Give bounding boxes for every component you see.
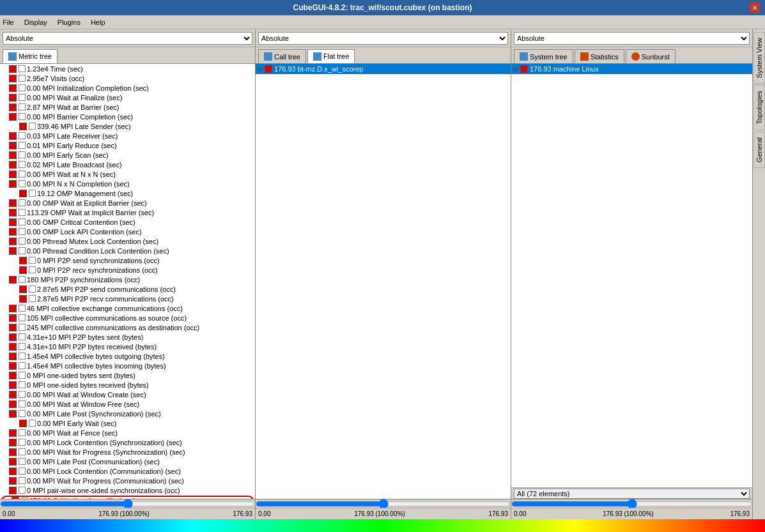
list-item[interactable]: 0.03 MPI Late Receiver (sec) — [0, 131, 255, 141]
list-item[interactable]: 19.12 OMP Management (sec) — [0, 188, 255, 198]
list-item[interactable]: 0.00 MPI Late Post (Synchronization) (se… — [0, 409, 255, 418]
list-item[interactable]: 0.00 MPI Wait at Window Free (sec) — [0, 399, 255, 409]
tab-system-tree[interactable]: System tree — [514, 49, 573, 63]
list-item[interactable]: 2.87e5 MPI P2P send communications (occ) — [0, 284, 255, 294]
metric-checkbox[interactable] — [19, 448, 26, 455]
list-item[interactable]: 0.00 MPI Lock Contention (Synchronizatio… — [0, 437, 255, 447]
tab-metric-tree[interactable]: Metric tree — [3, 49, 58, 63]
list-item[interactable]: 113.29 OMP Wait at Implicit Barrier (sec… — [0, 208, 255, 217]
tab-sunburst[interactable]: Sunburst — [626, 49, 676, 63]
list-item[interactable]: 339.46 MPI Late Sender (sec) — [0, 121, 255, 131]
left-hscroll[interactable] — [0, 501, 255, 507]
metric-checkbox[interactable] — [19, 247, 26, 254]
list-item[interactable]: 46 MPI collective exchange communication… — [0, 303, 255, 313]
metric-checkbox[interactable] — [19, 429, 26, 436]
metric-checkbox[interactable] — [19, 94, 26, 101]
list-item[interactable]: 2.87e5 MPI P2P recv communications (occ) — [0, 294, 255, 303]
left-hscrollbar[interactable] — [0, 499, 255, 508]
menu-file[interactable]: File — [3, 19, 14, 26]
metric-checkbox[interactable] — [19, 218, 26, 225]
metric-checkbox[interactable] — [29, 190, 36, 197]
list-item[interactable]: 0.00 MPI Wait for Progress (Synchronizat… — [0, 447, 255, 457]
list-item[interactable]: 0.00 MPI Barrier Completion (sec) — [0, 112, 255, 121]
menu-help[interactable]: Help — [91, 19, 105, 26]
list-item[interactable]: 0.00 MPI Wait at Window Create (sec) — [0, 390, 255, 399]
list-item[interactable]: 0.00 MPI Wait for Progress (Communicatio… — [0, 476, 255, 485]
metric-checkbox[interactable] — [19, 324, 26, 331]
metric-checkbox[interactable] — [19, 132, 26, 139]
list-item[interactable]: 0.00 MPI Lock Contention (Communication)… — [0, 466, 255, 476]
list-item[interactable]: 0.00 MPI Wait at N x N (sec) — [0, 169, 255, 179]
metric-checkbox[interactable] — [19, 228, 26, 235]
list-item[interactable]: 1.45e4 MPI collective bytes outgoing (by… — [0, 351, 255, 361]
mid-absolute-dropdown[interactable]: Absolute Percent — [258, 32, 508, 45]
metric-checkbox[interactable] — [19, 84, 26, 91]
list-item[interactable]: 0 MPI pair-wise one-sided synchronizatio… — [0, 485, 255, 495]
left-tree-content[interactable]: 1.23e4 Time (sec)2.95e7 Visits (occ)0.00… — [0, 64, 255, 499]
metric-checkbox[interactable] — [19, 333, 26, 340]
metric-checkbox[interactable] — [19, 180, 26, 187]
metric-checkbox[interactable] — [29, 285, 36, 293]
mid-tree-row-selected[interactable]: ▶ 176.93 bt-mz.D.x_wi_scorep — [256, 64, 511, 74]
metric-checkbox[interactable] — [19, 151, 26, 158]
metric-checkbox[interactable] — [19, 410, 26, 417]
metric-checkbox[interactable] — [19, 113, 26, 120]
metric-checkbox[interactable] — [19, 439, 26, 446]
list-item[interactable]: 0 MPI one-sided bytes sent (bytes) — [0, 370, 255, 380]
tab-statistics[interactable]: Statistics — [575, 49, 624, 63]
metric-checkbox[interactable] — [19, 305, 26, 312]
list-item[interactable]: 4.31e+10 MPI P2P bytes received (bytes) — [0, 342, 255, 351]
metric-checkbox[interactable] — [19, 391, 26, 398]
metric-checkbox[interactable] — [19, 103, 26, 110]
metric-checkbox[interactable] — [19, 238, 26, 245]
list-item[interactable]: 0.00 MPI Late Post (Communication) (sec) — [0, 457, 255, 466]
list-item[interactable]: 0 MPI P2P send synchronizations (occ) — [0, 255, 255, 265]
metric-checkbox[interactable] — [19, 343, 26, 350]
list-item[interactable]: 105 MPI collective communications as sou… — [0, 313, 255, 323]
tab-call-tree[interactable]: Call tree — [258, 49, 306, 63]
list-item[interactable]: 0 MPI one-sided bytes received (bytes) — [0, 380, 255, 390]
metric-checkbox[interactable] — [29, 257, 36, 264]
vtab-system-view[interactable]: System View — [753, 32, 765, 84]
vtab-topologies[interactable]: Topologies — [753, 85, 765, 130]
metric-checkbox[interactable] — [19, 199, 26, 206]
menu-display[interactable]: Display — [24, 19, 47, 26]
metric-checkbox[interactable] — [19, 400, 26, 407]
menu-plugins[interactable]: Plugins — [58, 19, 81, 26]
list-item[interactable]: 0.00 Pthread Mutex Lock Contention (sec) — [0, 236, 255, 246]
metric-checkbox[interactable] — [19, 458, 26, 465]
list-item[interactable]: 4.31e+10 MPI P2P bytes sent (bytes) — [0, 332, 255, 342]
list-item[interactable]: 0.00 MPI Early Scan (sec) — [0, 150, 255, 160]
metric-checkbox[interactable] — [19, 314, 26, 321]
metric-checkbox[interactable] — [19, 171, 26, 178]
list-item[interactable]: 0.00 OMP Critical Contention (sec) — [0, 217, 255, 227]
right-tree-row-selected[interactable]: ▶ 176.93 machine Linux — [511, 64, 752, 74]
metric-checkbox[interactable] — [19, 372, 26, 379]
metric-checkbox[interactable] — [19, 142, 26, 149]
mid-tree-content[interactable]: ▶ 176.93 bt-mz.D.x_wi_scorep — [256, 64, 511, 499]
list-item[interactable]: 0.00 MPI Early Wait (sec) — [0, 418, 255, 428]
right-hscrollbar[interactable] — [511, 499, 752, 508]
list-item[interactable]: 0.00 MPI Initialization Completion (sec) — [0, 83, 255, 93]
right-tree-content[interactable]: ▶ 176.93 machine Linux — [511, 64, 752, 487]
metric-checkbox[interactable] — [29, 266, 36, 273]
list-item[interactable]: 0.01 MPI Early Reduce (sec) — [0, 141, 255, 150]
metric-checkbox[interactable] — [19, 161, 26, 168]
list-item[interactable]: 0.00 MPI Wait at Fence (sec) — [0, 428, 255, 437]
right-absolute-dropdown[interactable]: Absolute Percent — [514, 32, 750, 45]
metric-checkbox[interactable] — [19, 65, 26, 72]
mid-hscroll[interactable] — [256, 501, 511, 507]
list-item[interactable]: 1.23e4 Time (sec) — [0, 64, 255, 73]
metric-checkbox[interactable] — [19, 362, 26, 369]
metric-checkbox[interactable] — [29, 420, 36, 427]
vtab-general[interactable]: General — [753, 132, 765, 168]
metric-checkbox[interactable] — [19, 381, 26, 388]
list-item[interactable]: 245 MPI collective communications as des… — [0, 323, 255, 332]
metric-checkbox[interactable] — [19, 487, 26, 494]
list-item[interactable]: 0.00 OMP Wait at Explicit Barrier (sec) — [0, 198, 255, 208]
list-item[interactable]: 1.45e4 MPI collective bytes incoming (by… — [0, 361, 255, 370]
metric-checkbox[interactable] — [19, 276, 26, 283]
left-absolute-dropdown[interactable]: Absolute Percent — [3, 32, 252, 45]
metric-checkbox[interactable] — [19, 209, 26, 216]
metric-checkbox[interactable] — [19, 353, 26, 360]
